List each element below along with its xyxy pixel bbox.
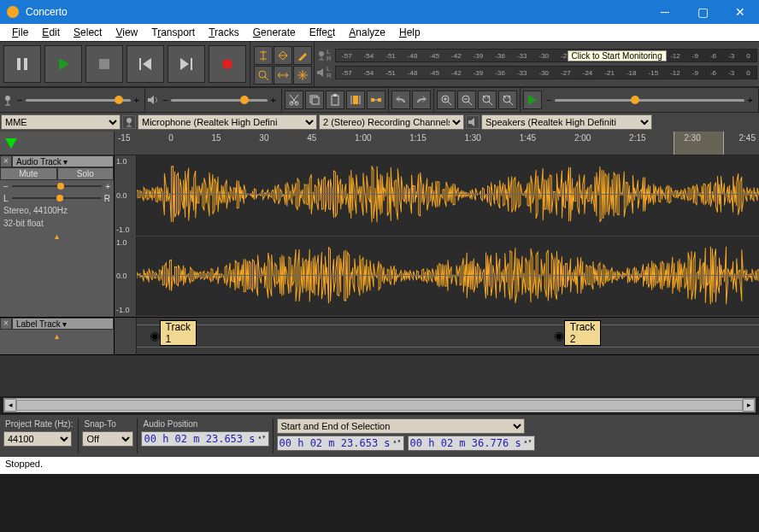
skip-end-button[interactable] [168,45,205,83]
fit-project-button[interactable] [498,91,517,109]
track-area: × Audio Track ▾ Mute Solo −+ LR Stereo, … [0,155,759,355]
silence-button[interactable] [367,91,385,109]
selection-toolbar: Project Rate (Hz): 44100 Snap-To Off Aud… [0,414,759,457]
mute-button[interactable]: Mute [0,167,57,180]
record-button[interactable] [209,45,246,83]
input-channels-select[interactable]: 2 (Stereo) Recording Channels [319,114,464,130]
window-title: Concerto [26,6,646,18]
zoom-tool[interactable] [254,66,273,85]
svg-rect-21 [353,96,358,104]
selection-format-select[interactable]: Start and End of Selection [277,418,525,434]
label-marker[interactable]: ◉Track 1 [150,329,160,342]
close-track-button[interactable]: × [0,155,12,167]
svg-line-28 [448,102,451,105]
fit-selection-button[interactable] [478,91,497,109]
play-at-speed-button[interactable] [523,91,542,109]
play-button[interactable] [44,45,82,83]
collapse-button[interactable]: ▴ [0,330,114,342]
menu-analyze[interactable]: Analyze [342,25,392,40]
spinner-icon[interactable]: ▴▾ [258,435,267,443]
menu-file[interactable]: File [5,25,35,40]
output-device-select[interactable]: Speakers (Realtek High Definiti [481,114,652,130]
snap-to-select[interactable]: Off [82,431,133,447]
stop-button[interactable] [85,45,123,83]
playhead-icon[interactable] [5,138,17,149]
audio-position-label: Audio Position [141,418,268,430]
meter-area: LR -57-54-51-48-45-42-39-36-33-30-27-24-… [315,42,759,86]
timeline-ruler[interactable]: -1501530451:001:151:301:452:002:152:302:… [115,132,759,155]
play-speed-slider[interactable] [555,99,744,102]
scrollbar-thumb[interactable] [16,400,743,411]
zoom-group [434,88,521,112]
record-meter[interactable]: -57-54-51-48-45-42-39-36-33-30-27-24-21-… [335,49,757,62]
amplitude-scale: 1.00.0-1.0 [115,155,137,236]
track-format-label: Stereo, 44100Hz [0,204,114,217]
svg-marker-38 [528,95,537,105]
svg-marker-5 [143,58,151,70]
playback-meter[interactable]: -57-54-51-48-45-42-39-36-33-30-27-24-21-… [335,66,757,79]
play-channel-label: LR [327,66,335,79]
waveform-view[interactable]: 1.00.0-1.0 1.00.0-1.0 [115,155,759,317]
playback-gain-slider[interactable] [171,99,267,102]
project-rate-label: Project Rate (Hz): [3,418,74,430]
audio-position-field[interactable]: 00 h 02 m 23.653 s▴▾ [141,431,268,447]
zoom-out-button[interactable] [457,91,476,109]
envelope-tool[interactable] [274,46,292,65]
menu-edit[interactable]: Edit [35,25,67,40]
speaker-icon [316,67,327,78]
speaker-icon [466,115,480,129]
pan-slider[interactable] [12,197,101,199]
spinner-icon[interactable]: ▴▾ [393,439,402,447]
menu-transport[interactable]: Transport [144,25,202,40]
multi-tool[interactable] [293,66,312,85]
menu-generate[interactable]: Generate [246,25,303,40]
horizontal-scrollbar[interactable]: ◂ ▸ [3,398,756,412]
main-toolbar: LR -57-54-51-48-45-42-39-36-33-30-27-24-… [0,41,759,87]
label-lane[interactable]: ◉Track 1◉Track 2 [115,318,759,354]
mic-icon [122,115,136,129]
record-gain-slider[interactable] [26,99,130,102]
close-track-button[interactable]: × [0,318,12,330]
solo-button[interactable]: Solo [57,167,115,180]
label-text[interactable]: Track 1 [160,320,197,346]
undo-button[interactable] [391,91,410,109]
close-button[interactable]: ✕ [721,0,759,24]
menu-effect[interactable]: Effect [303,25,342,40]
menu-help[interactable]: Help [392,25,427,40]
device-toolbar: MME Microphone (Realtek High Defini 2 (S… [0,113,759,132]
waveform-channel-left [137,155,759,233]
selection-end-field[interactable]: 00 h 02 m 36.776 s▴▾ [408,436,535,451]
skip-start-button[interactable] [126,45,164,83]
menu-view[interactable]: View [109,25,144,40]
menu-tracks[interactable]: Tracks [202,25,246,40]
minimize-button[interactable]: ─ [646,0,684,24]
draw-tool[interactable] [293,46,312,65]
project-rate-select[interactable]: 44100 [3,431,72,447]
maximize-button[interactable]: ▢ [684,0,721,24]
menu-select[interactable]: Select [67,25,109,40]
audio-track: × Audio Track ▾ Mute Solo −+ LR Stereo, … [0,155,759,318]
scroll-left-button[interactable]: ◂ [4,399,16,412]
trim-button[interactable] [346,91,365,109]
timeshift-tool[interactable] [274,66,292,85]
label-marker[interactable]: ◉Track 2 [554,329,564,342]
input-device-select[interactable]: Microphone (Realtek High Defini [138,114,317,130]
track-name-dropdown[interactable]: Label Track ▾ [12,318,114,330]
collapse-button[interactable]: ▴ [0,230,114,243]
track-name-dropdown[interactable]: Audio Track ▾ [12,155,114,167]
selection-start-field[interactable]: 00 h 02 m 23.653 s▴▾ [277,436,404,451]
spinner-icon[interactable]: ▴▾ [524,439,532,447]
gain-slider[interactable] [12,185,102,187]
svg-rect-19 [332,96,338,105]
svg-rect-24 [371,98,374,102]
selection-tool[interactable] [254,46,273,65]
audio-host-select[interactable]: MME [1,114,121,130]
copy-button[interactable] [305,91,324,109]
pause-button[interactable] [3,45,41,83]
label-text[interactable]: Track 2 [564,320,602,346]
zoom-in-button[interactable] [437,91,456,109]
paste-button[interactable] [326,91,344,109]
scroll-right-button[interactable]: ▸ [743,399,755,412]
redo-button[interactable] [412,91,431,109]
cut-button[interactable] [285,91,303,109]
